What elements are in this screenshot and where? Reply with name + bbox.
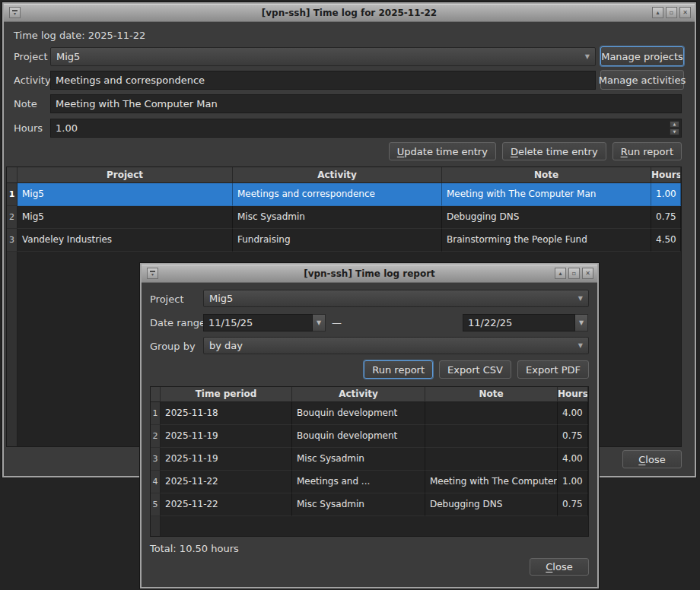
date-end-picker-button[interactable]: ▼ xyxy=(575,314,588,331)
table-cell[interactable]: 0.75 xyxy=(651,206,681,229)
window-menu-button[interactable]: ▾ xyxy=(147,268,158,279)
group-by-combobox[interactable]: by day ▼ xyxy=(203,337,589,354)
row-number[interactable]: 5 xyxy=(151,493,161,516)
column-header[interactable]: Hours xyxy=(558,387,588,402)
table-empty-area xyxy=(151,516,588,536)
table-cell[interactable]: 2025-11-19 xyxy=(161,425,292,448)
row-number-strip xyxy=(7,252,18,446)
table-cell[interactable]: Mig5 xyxy=(18,206,233,229)
table-cell[interactable]: Vandeley Industries xyxy=(18,229,233,252)
table-cell[interactable]: 0.75 xyxy=(558,493,588,516)
column-header[interactable]: Project xyxy=(18,167,233,183)
table-cell[interactable]: Meetings and ... xyxy=(292,471,425,493)
table-corner xyxy=(7,167,18,183)
shade-button[interactable]: ▴ xyxy=(555,268,566,279)
window-menu-arrow-icon: ▾ xyxy=(151,273,154,276)
table-cell[interactable]: 2025-11-22 xyxy=(161,493,292,516)
table-cell[interactable]: Debugging DNS xyxy=(425,493,558,516)
shade-button[interactable]: ▴ xyxy=(652,7,663,18)
row-number[interactable]: 4 xyxy=(151,471,161,493)
main-close-button[interactable]: Close xyxy=(622,450,682,468)
table-cell[interactable]: Misc Sysadmin xyxy=(292,493,425,516)
note-label: Note xyxy=(14,94,37,113)
export-pdf-button[interactable]: Export PDF xyxy=(517,360,589,379)
column-header[interactable]: Activity xyxy=(292,387,425,402)
activity-input[interactable] xyxy=(50,71,596,90)
row-number[interactable]: 1 xyxy=(7,183,18,206)
table-cell[interactable]: Meeting with The Computer... xyxy=(425,471,558,493)
table-cell[interactable]: 4.00 xyxy=(558,448,588,471)
table-cell[interactable]: Meetings and correspondence xyxy=(233,183,442,206)
manage-projects-button[interactable]: Manage projects xyxy=(600,46,684,66)
main-titlebar[interactable]: ▾ [vpn-ssh] Time log for 2025-11-22 ▴ ▫ … xyxy=(4,4,695,22)
report-close-button[interactable]: Close xyxy=(530,558,589,576)
table-cell[interactable]: Misc Sysadmin xyxy=(233,206,442,229)
report-table: Time periodActivityNoteHours12025-11-18B… xyxy=(150,386,589,537)
shade-icon: ▴ xyxy=(558,271,562,277)
table-corner xyxy=(151,387,161,402)
column-header[interactable]: Hours xyxy=(651,167,681,183)
hours-spin-up-button[interactable]: ▲ xyxy=(670,121,679,128)
report-content: Project Mig5 ▼ Date range 11/15/25 ▼ — 1… xyxy=(142,283,597,587)
date-end-input[interactable]: 11/22/25 xyxy=(463,314,575,331)
table-cell[interactable]: 1.00 xyxy=(651,183,681,206)
update-time-entry-button[interactable]: Update time entry xyxy=(389,142,496,160)
maximize-button[interactable]: ▫ xyxy=(568,268,580,279)
window-menu-button[interactable]: ▾ xyxy=(9,7,21,18)
run-report-button[interactable]: Run report xyxy=(612,142,682,160)
report-run-report-button[interactable]: Run report xyxy=(364,360,433,379)
row-number[interactable]: 3 xyxy=(151,448,161,471)
report-project-label: Project xyxy=(150,290,183,309)
chevron-down-icon: ▼ xyxy=(579,319,584,326)
row-number[interactable]: 2 xyxy=(151,425,161,448)
report-project-combobox[interactable]: Mig5 ▼ xyxy=(203,290,589,307)
desktop: { "icons": { "window_menu_arrow": "▾", "… xyxy=(0,0,700,590)
table-cell[interactable]: 4.50 xyxy=(651,229,681,252)
column-header[interactable]: Activity xyxy=(233,167,442,183)
table-cell[interactable]: Fundraising xyxy=(233,229,442,252)
table-cell[interactable]: 0.75 xyxy=(558,425,588,448)
date-range-separator: — xyxy=(332,313,342,332)
project-combobox[interactable]: Mig5 ▼ xyxy=(50,47,596,66)
table-cell[interactable]: Bouquin development xyxy=(292,425,425,448)
table-cell[interactable]: 4.00 xyxy=(558,402,588,425)
table-cell[interactable] xyxy=(425,425,558,448)
row-number[interactable]: 3 xyxy=(7,229,18,252)
table-cell[interactable]: Misc Sysadmin xyxy=(292,448,425,471)
hours-input[interactable] xyxy=(50,119,682,138)
report-window-title: [vpn-ssh] Time log report xyxy=(142,268,597,279)
column-header[interactable]: Note xyxy=(425,387,558,402)
date-start-picker-button[interactable]: ▼ xyxy=(313,314,326,331)
report-project-combobox-value: Mig5 xyxy=(209,293,233,304)
table-cell[interactable]: Brainstorming the People Fund xyxy=(442,229,651,252)
delete-time-entry-button[interactable]: Delete time entry xyxy=(502,142,606,160)
manage-activities-button[interactable]: Manage activities xyxy=(600,70,684,90)
table-cell[interactable]: 2025-11-19 xyxy=(161,448,292,471)
export-csv-button[interactable]: Export CSV xyxy=(439,360,511,379)
spin-up-icon: ▲ xyxy=(673,122,676,126)
maximize-button[interactable]: ▫ xyxy=(666,7,677,18)
report-grid: Time periodActivityNoteHours12025-11-18B… xyxy=(151,387,588,516)
table-cell[interactable] xyxy=(425,448,558,471)
table-cell[interactable] xyxy=(425,402,558,425)
column-header[interactable]: Time period xyxy=(161,387,292,402)
table-cell[interactable]: 2025-11-18 xyxy=(161,402,292,425)
row-number[interactable]: 1 xyxy=(151,402,161,425)
column-header[interactable]: Note xyxy=(442,167,651,183)
close-window-button[interactable]: ✕ xyxy=(582,268,593,279)
close-window-button[interactable]: ✕ xyxy=(679,7,691,18)
window-menu-arrow-icon: ▾ xyxy=(14,12,16,15)
table-cell[interactable]: Meeting with The Computer Man xyxy=(442,183,651,206)
table-cell[interactable]: Bouquin development xyxy=(292,402,425,425)
date-start-input[interactable]: 11/15/25 xyxy=(203,314,313,331)
row-number[interactable]: 2 xyxy=(7,206,18,229)
table-cell[interactable]: Mig5 xyxy=(18,183,233,206)
table-cell[interactable]: 1.00 xyxy=(558,471,588,493)
maximize-icon: ▫ xyxy=(670,10,673,16)
table-cell[interactable]: Debugging DNS xyxy=(442,206,651,229)
note-input[interactable] xyxy=(50,94,682,113)
hours-spin-down-button[interactable]: ▼ xyxy=(670,128,679,135)
table-cell[interactable]: 2025-11-22 xyxy=(161,471,292,493)
report-titlebar[interactable]: ▾ [vpn-ssh] Time log report ▴ ▫ ✕ xyxy=(142,265,597,283)
hours-label: Hours xyxy=(14,119,43,138)
